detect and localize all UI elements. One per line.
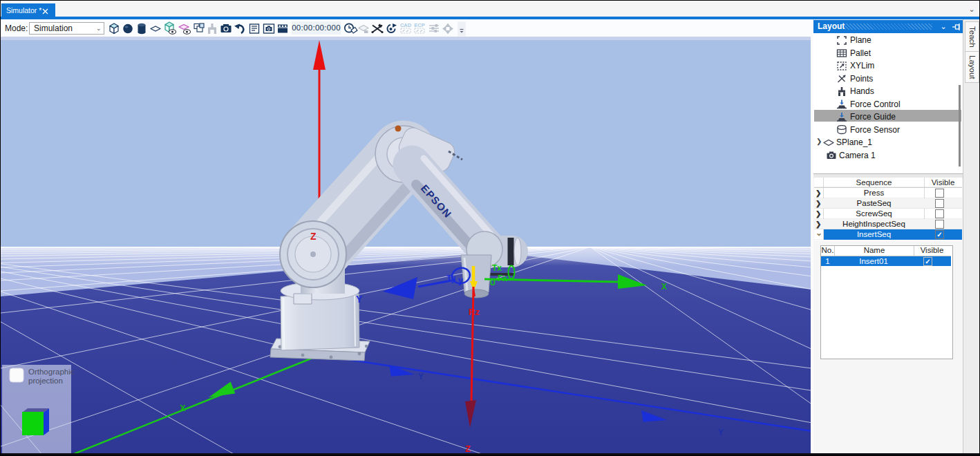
svg-text:Tx: Tx bbox=[492, 263, 502, 273]
svg-text:Y: Y bbox=[418, 372, 424, 381]
svg-text:Fx: Fx bbox=[498, 274, 507, 283]
svg-text:U: U bbox=[490, 278, 496, 287]
svg-text:X: X bbox=[180, 403, 186, 413]
svg-text:Y: Y bbox=[356, 294, 363, 305]
svg-text:Ty: Ty bbox=[446, 274, 455, 283]
svg-text:ECP: ECP bbox=[414, 22, 424, 28]
svg-text:projection: projection bbox=[28, 377, 63, 385]
svg-text:Y: Y bbox=[718, 428, 724, 437]
svg-text:Z: Z bbox=[465, 444, 471, 454]
svg-text:y: y bbox=[458, 276, 463, 285]
svg-text:Rz: Rz bbox=[469, 307, 480, 317]
svg-text:CAD: CAD bbox=[400, 22, 412, 28]
svg-text:Z: Z bbox=[310, 231, 317, 242]
svg-text:X: X bbox=[661, 282, 667, 292]
svg-text:Orthographic: Orthographic bbox=[28, 368, 75, 376]
